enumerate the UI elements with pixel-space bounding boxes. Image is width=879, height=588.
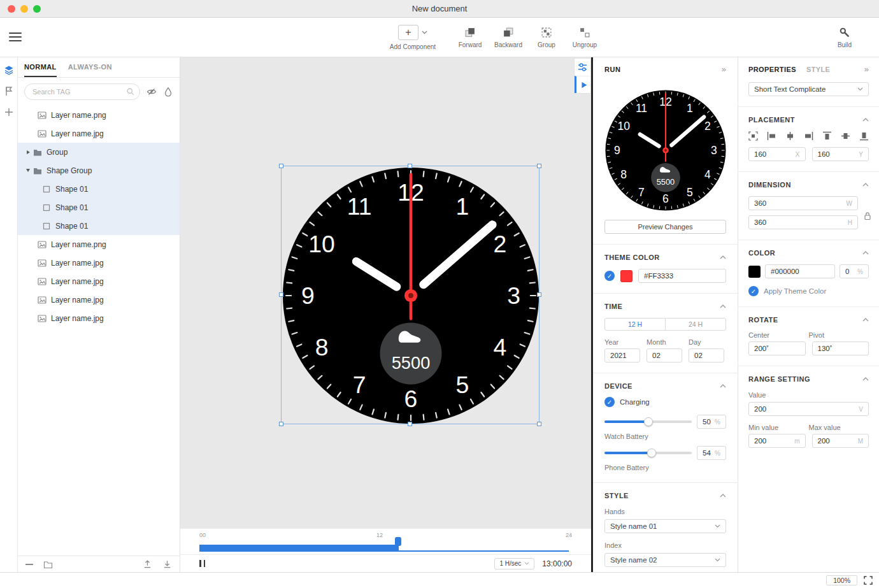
opacity-field[interactable]: 0 %: [840, 264, 869, 278]
design-canvas[interactable]: 1234567891011125500: [180, 57, 591, 529]
collapse-panel-icon[interactable]: »: [722, 64, 726, 74]
menu-button[interactable]: [9, 31, 22, 43]
index-style-select[interactable]: Style name 02: [604, 553, 726, 567]
time-section-header[interactable]: TIME: [593, 294, 738, 310]
align-left-button[interactable]: [767, 131, 776, 141]
backward-button[interactable]: Backward: [489, 27, 527, 48]
expand-arrow-icon[interactable]: [24, 150, 32, 154]
format-12h-option[interactable]: 12 H: [605, 319, 665, 330]
tab-properties[interactable]: PROPERTIES: [748, 66, 796, 73]
align-middle-vertical-button[interactable]: [841, 131, 850, 141]
resize-handle-e[interactable]: [537, 292, 541, 297]
playback-rate-select[interactable]: 1 H/sec: [494, 558, 534, 570]
layers-panel-icon[interactable]: [4, 65, 14, 75]
resize-handle-nw[interactable]: [279, 164, 283, 168]
align-right-button[interactable]: [804, 131, 813, 141]
resize-handle-ne[interactable]: [537, 164, 541, 168]
resize-handle-w[interactable]: [279, 292, 283, 297]
droplet-icon[interactable]: [163, 87, 173, 97]
max-value-field[interactable]: 200 M: [812, 434, 869, 448]
collapse-panel-icon[interactable]: »: [864, 64, 869, 74]
range-value-field[interactable]: 200 V: [748, 402, 869, 416]
device-section-header[interactable]: DEVICE: [593, 373, 738, 390]
fill-color-swatch[interactable]: [748, 266, 761, 278]
hands-style-select[interactable]: Style name 01: [604, 519, 726, 533]
color-section-header[interactable]: COLOR: [738, 240, 879, 257]
remove-layer-button[interactable]: [25, 564, 33, 565]
width-field[interactable]: 360 W: [748, 196, 858, 210]
phone-battery-field[interactable]: 54 %: [697, 446, 726, 460]
theme-color-checkbox[interactable]: [604, 271, 615, 281]
add-folder-button[interactable]: [43, 560, 53, 569]
month-field[interactable]: 02: [647, 348, 682, 362]
timeline-track[interactable]: [199, 545, 569, 552]
phone-battery-slider[interactable]: [604, 452, 692, 454]
align-center-horizontal-button[interactable]: [785, 131, 795, 141]
position-x-field[interactable]: 160 X: [748, 147, 806, 161]
add-icon[interactable]: [4, 107, 14, 117]
layer-row[interactable]: Layer name.png: [18, 235, 180, 254]
close-window-button[interactable]: [8, 5, 15, 13]
rotate-pivot-field[interactable]: 130˚: [812, 341, 869, 355]
charging-checkbox[interactable]: [604, 397, 615, 407]
layer-row[interactable]: Shape 01: [18, 180, 180, 198]
theme-color-swatch[interactable]: [620, 270, 632, 282]
resize-handle-sw[interactable]: [279, 422, 283, 426]
zoom-level[interactable]: 100%: [826, 575, 857, 585]
align-top-button[interactable]: [822, 131, 832, 141]
height-field[interactable]: 360 H: [748, 215, 858, 229]
watch-battery-slider[interactable]: [604, 420, 692, 423]
component-type-select[interactable]: Short Text Complicate: [748, 82, 869, 96]
tab-normal[interactable]: NORMAL: [24, 57, 57, 77]
year-field[interactable]: 2021: [604, 348, 640, 362]
resize-handle-s[interactable]: [408, 422, 412, 426]
canvas-selection[interactable]: 1234567891011125500: [281, 166, 540, 424]
eye-off-icon[interactable]: [146, 87, 157, 97]
layer-row[interactable]: Layer name.jpg: [18, 290, 180, 309]
layer-row[interactable]: Group: [18, 143, 180, 161]
range-setting-section-header[interactable]: RANGE SETTING: [738, 366, 879, 383]
forward-button[interactable]: Forward: [451, 27, 489, 48]
watch-battery-field[interactable]: 50 %: [697, 415, 726, 429]
watch-face[interactable]: 1234567891011125500: [282, 167, 540, 424]
import-button[interactable]: [162, 559, 172, 569]
layer-row[interactable]: Shape 01: [18, 217, 180, 235]
fill-color-hex-field[interactable]: #000000: [765, 264, 835, 278]
dimension-section-header[interactable]: DIMENSION: [738, 172, 879, 189]
day-field[interactable]: 02: [689, 348, 724, 362]
min-value-field[interactable]: 200 m: [748, 434, 806, 448]
slider-knob[interactable]: [644, 417, 653, 426]
format-24h-option[interactable]: 24 H: [665, 319, 725, 330]
theme-color-section-header[interactable]: THEME COLOR: [593, 245, 738, 261]
placement-section-header[interactable]: PLACEMENT: [738, 107, 879, 124]
slider-knob[interactable]: [647, 448, 656, 457]
layer-row[interactable]: Layer name.jpg: [18, 124, 180, 143]
build-button[interactable]: Build: [825, 27, 864, 48]
group-button[interactable]: Group: [527, 27, 566, 48]
timeline-playhead[interactable]: [395, 537, 401, 546]
apply-theme-color-checkbox[interactable]: [748, 286, 759, 296]
layer-row[interactable]: Shape 01: [18, 198, 180, 217]
fullscreen-icon[interactable]: [864, 576, 873, 585]
resize-handle-n[interactable]: [408, 164, 412, 168]
flag-icon[interactable]: [4, 86, 14, 96]
pause-button[interactable]: [199, 560, 205, 567]
layer-row[interactable]: Shape Group: [18, 161, 180, 180]
layer-row[interactable]: Layer name.jpg: [18, 309, 180, 327]
zoom-window-button[interactable]: [33, 5, 41, 13]
run-button[interactable]: [575, 76, 590, 93]
position-y-field[interactable]: 160 Y: [812, 147, 869, 161]
export-button[interactable]: [143, 559, 152, 569]
adjust-panel-button[interactable]: [575, 59, 590, 76]
minimize-window-button[interactable]: [20, 5, 28, 13]
tab-style[interactable]: STYLE: [806, 66, 830, 73]
rotate-center-field[interactable]: 200˚: [748, 341, 806, 355]
tab-always-on[interactable]: ALWAYS-ON: [68, 57, 112, 77]
add-component-button[interactable]: + Add Component: [383, 25, 442, 50]
style-section-header[interactable]: STYLE: [593, 483, 738, 499]
search-input[interactable]: [24, 83, 140, 100]
rotate-section-header[interactable]: ROTATE: [738, 307, 879, 324]
align-canvas-center-button[interactable]: [748, 131, 758, 141]
collapse-arrow-icon[interactable]: [24, 169, 32, 172]
theme-color-hex-field[interactable]: #FF3333: [638, 269, 726, 283]
